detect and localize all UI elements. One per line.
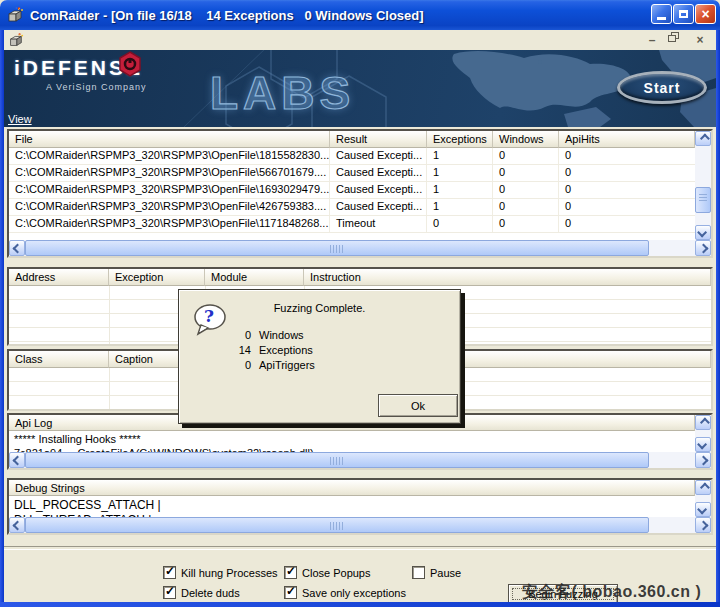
scroll-thumb[interactable] [25, 517, 649, 533]
option-pause[interactable]: Pause [412, 566, 461, 579]
close-icon: × [701, 7, 709, 21]
table-row[interactable]: C:\COMRaider\RSPMP3_320\RSPMP3\OpenFile\… [9, 199, 695, 216]
window-border-bottom [0, 602, 720, 607]
checkbox-close-popups[interactable] [284, 566, 297, 579]
files-table-panel: File Result Exceptions Windows ApiHits C… [7, 129, 713, 258]
scroll-down-icon [697, 505, 707, 515]
column-header-apihits[interactable]: ApiHits [559, 131, 695, 148]
checkbox-label[interactable]: Kill hung Processes [181, 567, 278, 579]
checkbox-label[interactable]: Delete duds [181, 587, 240, 599]
scroll-right-icon [698, 243, 708, 253]
stat-line: 0Windows [235, 328, 315, 343]
scroll-right-button[interactable] [695, 452, 711, 468]
column-header-windows[interactable]: Windows [493, 131, 559, 148]
bottom-divider [4, 546, 716, 550]
table-row[interactable]: C:\COMRaider\RSPMP3_320\RSPMP3\OpenFile\… [9, 182, 695, 199]
api-log-vertical-scrollbar[interactable] [695, 415, 711, 452]
debug-strings-body[interactable]: DLL_PROCESS_ATTACH | DLL_THREAD_ATTACH | [9, 497, 695, 517]
api-log-body[interactable]: ***** Installing Hooks ***** 7c821a94 Cr… [9, 432, 695, 452]
minimize-button[interactable] [651, 4, 672, 24]
checkbox-label[interactable]: Save only exceptions [302, 587, 406, 599]
files-vertical-scrollbar[interactable] [695, 131, 711, 240]
debug-strings-panel: Debug Strings DLL_PROCESS_ATTACH | DLL_T… [7, 478, 713, 535]
option-delete-duds[interactable]: Delete duds [163, 586, 240, 599]
scroll-up-icon [699, 418, 709, 428]
files-table-header: File Result Exceptions Windows ApiHits [9, 131, 695, 148]
api-log-line: ***** Installing Hooks ***** [9, 432, 695, 446]
scroll-thumb[interactable] [25, 452, 649, 468]
mdi-minimize-button[interactable]: – [644, 32, 660, 47]
debug-strings-header: Debug Strings [9, 480, 695, 497]
column-header-file[interactable]: File [9, 131, 330, 148]
checkbox-pause[interactable] [412, 566, 425, 579]
scroll-left-button[interactable] [9, 240, 25, 256]
files-horizontal-scrollbar[interactable] [9, 240, 711, 256]
scroll-left-icon [12, 455, 22, 465]
table-row[interactable]: C:\COMRaider\RSPMP3_320\RSPMP3\OpenFile\… [9, 148, 695, 165]
title-bar: ComRaider - [On file 16/18 14 Exceptions… [0, 0, 720, 30]
table-row[interactable]: C:\COMRaider\RSPMP3_320\RSPMP3\OpenFile\… [9, 216, 695, 233]
option-close-popups[interactable]: Close Popups [284, 566, 371, 579]
checkbox-label[interactable]: Pause [430, 567, 461, 579]
column-header-module[interactable]: Module [205, 269, 304, 286]
scroll-up-button[interactable] [695, 415, 711, 430]
window-title: ComRaider - [On file 16/18 14 Exceptions… [30, 8, 424, 23]
idefense-banner: iDEFENSE A VeriSign Company LABS Start V… [4, 50, 716, 127]
column-header-address[interactable]: Address [9, 269, 109, 286]
fuzzing-complete-dialog: Fuzzing Complete. ? 0Windows 14Exception… [178, 289, 461, 424]
window-border-right [716, 30, 720, 607]
stat-line: 0ApiTriggers [235, 358, 315, 373]
scroll-thumb[interactable] [25, 240, 649, 256]
checkbox-delete-duds[interactable] [163, 586, 176, 599]
api-log-horizontal-scrollbar[interactable] [9, 452, 711, 468]
column-header-instruction[interactable]: Instruction [304, 269, 711, 286]
scroll-up-icon [699, 483, 709, 493]
debug-strings-title: Debug Strings [9, 480, 695, 496]
mdi-child-bar: – × [4, 30, 716, 51]
scroll-right-button[interactable] [695, 240, 711, 256]
mdi-child-icon [8, 32, 24, 48]
scroll-left-icon [12, 243, 22, 253]
option-kill-hung-processes[interactable]: Kill hung Processes [163, 566, 278, 579]
option-save-only-exceptions[interactable]: Save only exceptions [284, 586, 406, 599]
watermark-text: 安全客( bobao.360.cn ) [522, 582, 701, 602]
scroll-down-button[interactable] [695, 502, 711, 517]
scroll-down-icon [697, 228, 707, 238]
debug-vertical-scrollbar[interactable] [695, 480, 711, 517]
scroll-left-button[interactable] [9, 452, 25, 468]
checkbox-kill-hung-processes[interactable] [163, 566, 176, 579]
scroll-up-button[interactable] [695, 131, 711, 146]
start-button[interactable]: Start [617, 71, 707, 104]
scroll-down-button[interactable] [695, 225, 711, 240]
column-header-caption[interactable]: Caption [109, 351, 185, 368]
scroll-left-icon [12, 520, 22, 530]
maximize-button[interactable] [673, 4, 694, 24]
mdi-close-button[interactable]: × [692, 32, 708, 47]
column-header-class[interactable]: Class [9, 351, 109, 368]
scroll-left-button[interactable] [9, 517, 25, 533]
scroll-right-button[interactable] [695, 517, 711, 533]
close-button[interactable]: × [695, 4, 716, 24]
comraider-window: ComRaider - [On file 16/18 14 Exceptions… [0, 0, 720, 607]
scroll-up-button[interactable] [695, 480, 711, 495]
client-area: – × [4, 30, 716, 602]
debug-string-line: DLL_PROCESS_ATTACH | [9, 497, 695, 512]
menu-view[interactable]: View [8, 113, 32, 125]
column-header-exceptions[interactable]: Exceptions [427, 131, 493, 148]
column-header-result[interactable]: Result [330, 131, 427, 148]
files-table-body: C:\COMRaider\RSPMP3_320\RSPMP3\OpenFile\… [9, 148, 695, 240]
stat-line: 14Exceptions [235, 343, 315, 358]
table-row[interactable]: C:\COMRaider\RSPMP3_320\RSPMP3\OpenFile\… [9, 165, 695, 182]
mdi-restore-button[interactable] [668, 32, 684, 47]
checkbox-save-only-exceptions[interactable] [284, 586, 297, 599]
ok-button[interactable]: Ok [378, 394, 458, 417]
scroll-down-button[interactable] [695, 437, 711, 452]
scroll-right-icon [698, 455, 708, 465]
idefense-logo-mark-icon [118, 51, 142, 77]
scroll-thumb[interactable] [695, 187, 711, 213]
debug-horizontal-scrollbar[interactable] [9, 517, 711, 533]
scroll-right-icon [698, 520, 708, 530]
column-header-exception[interactable]: Exception [109, 269, 205, 286]
mdi-restore-icon [668, 32, 684, 47]
checkbox-label[interactable]: Close Popups [302, 567, 371, 579]
